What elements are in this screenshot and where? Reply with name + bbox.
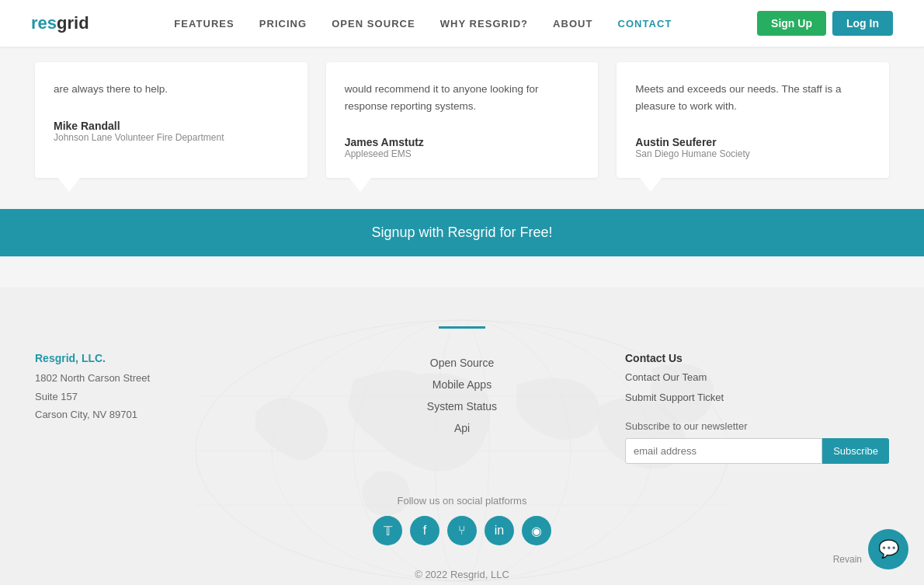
revain-label: Revain [833, 554, 862, 565]
footer-contact-col: Contact Us Contact Our Team Submit Suppo… [625, 352, 889, 464]
spacer [0, 256, 924, 287]
testimonials-section: are always there to help. Mike Randall J… [0, 47, 924, 209]
testimonial-author: James Amstutz Appleseed EMS [345, 136, 580, 159]
signup-button[interactable]: Sign Up [757, 11, 826, 36]
author-org: Appleseed EMS [345, 148, 580, 159]
quote-mark [640, 178, 662, 192]
testimonial-author: Austin Seuferer San Diego Humane Society [635, 136, 870, 159]
newsletter-label: Subscribe to our newsletter [625, 420, 889, 432]
nav-why[interactable]: WHY RESGRID? [440, 18, 528, 30]
footer-bottom: © 2022 Resgrid, LLC Privacy Policy | Ter… [31, 569, 893, 585]
nav-features[interactable]: FEATURES [174, 18, 234, 30]
social-icons: 𝕋 f ⑂ in ◉ [31, 516, 893, 545]
facebook-icon[interactable]: f [410, 516, 439, 545]
nav-about[interactable]: ABOUT [553, 18, 592, 30]
testimonial-text: are always there to help. [54, 81, 289, 98]
signup-banner[interactable]: Signup with Resgrid for Free! [0, 209, 924, 256]
signup-banner-text: Signup with Resgrid for Free! [371, 225, 552, 240]
footer-link-contactteam[interactable]: Contact Our Team [625, 367, 889, 388]
rss-icon[interactable]: ◉ [522, 516, 551, 545]
quote-mark [58, 178, 80, 192]
footer-link-api[interactable]: Api [330, 417, 594, 439]
footer-address-col: Resgrid, LLC. 1802 North Carson Street S… [35, 352, 299, 464]
address-line3: Carson City, NV 89701 [35, 406, 299, 423]
footer-link-mobileapps[interactable]: Mobile Apps [330, 374, 594, 395]
author-name: Mike Randall [54, 120, 289, 132]
footer-link-systemstatus[interactable]: System Status [330, 395, 594, 417]
linkedin-icon[interactable]: in [485, 516, 514, 545]
footer-divider [439, 326, 485, 329]
revain-chat-widget[interactable]: 💬 [868, 529, 908, 569]
footer: Resgrid, LLC. 1802 North Carson Street S… [0, 287, 924, 585]
testimonial-text: would recommend it to anyone looking for… [345, 81, 580, 114]
logo[interactable]: resgrid [31, 13, 89, 33]
navbar: resgrid FEATURES PRICING OPEN SOURCE WHY… [0, 0, 924, 47]
footer-links-col: Open Source Mobile Apps System Status Ap… [330, 352, 594, 464]
social-section: Follow us on social platforms 𝕋 f ⑂ in ◉ [31, 495, 893, 545]
quote-mark [349, 178, 371, 192]
nav-links: FEATURES PRICING OPEN SOURCE WHY RESGRID… [174, 18, 672, 30]
login-button[interactable]: Log In [832, 11, 893, 36]
address-line2: Suite 157 [35, 388, 299, 406]
company-name: Resgrid, LLC. [35, 352, 299, 364]
testimonial-card: Meets and exceeds our needs. The staff i… [617, 62, 889, 178]
author-org: Johnson Lane Volunteer Fire Department [54, 132, 289, 143]
address-line1: 1802 North Carson Street [35, 369, 299, 387]
twitter-icon[interactable]: 𝕋 [373, 516, 402, 545]
logo-text: resgrid [31, 13, 89, 33]
footer-inner: Resgrid, LLC. 1802 North Carson Street S… [35, 352, 889, 464]
author-name: James Amstutz [345, 136, 580, 148]
testimonial-text: Meets and exceeds our needs. The staff i… [635, 81, 870, 114]
testimonial-card: would recommend it to anyone looking for… [326, 62, 599, 178]
github-icon[interactable]: ⑂ [447, 516, 477, 545]
testimonial-card: are always there to help. Mike Randall J… [35, 62, 307, 178]
nav-opensource[interactable]: OPEN SOURCE [332, 18, 415, 30]
newsletter-subscribe-button[interactable]: Subscribe [822, 438, 889, 464]
copyright-text: © 2022 Resgrid, LLC [31, 569, 893, 580]
newsletter-input[interactable] [625, 438, 822, 464]
social-label: Follow us on social platforms [31, 495, 893, 507]
author-org: San Diego Humane Society [635, 148, 870, 159]
footer-link-opensource[interactable]: Open Source [330, 352, 594, 374]
footer-link-supportticket[interactable]: Submit Support Ticket [625, 388, 889, 408]
testimonial-author: Mike Randall Johnson Lane Volunteer Fire… [54, 120, 289, 143]
contact-heading: Contact Us [625, 352, 889, 364]
nav-contact[interactable]: CONTACT [618, 18, 672, 30]
author-name: Austin Seuferer [635, 136, 870, 148]
newsletter-form: Subscribe [625, 438, 889, 464]
nav-actions: Sign Up Log In [757, 11, 893, 36]
testimonials-grid: are always there to help. Mike Randall J… [35, 62, 889, 178]
nav-pricing[interactable]: PRICING [259, 18, 307, 30]
